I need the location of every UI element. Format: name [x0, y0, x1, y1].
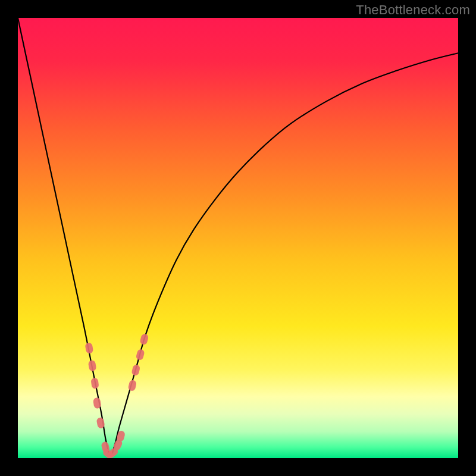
attribution-label: TheBottleneck.com — [356, 2, 470, 18]
bottleneck-chart — [18, 18, 458, 458]
gradient-background — [18, 18, 458, 458]
chart-frame: TheBottleneck.com — [0, 0, 476, 476]
plot-area — [18, 18, 458, 458]
